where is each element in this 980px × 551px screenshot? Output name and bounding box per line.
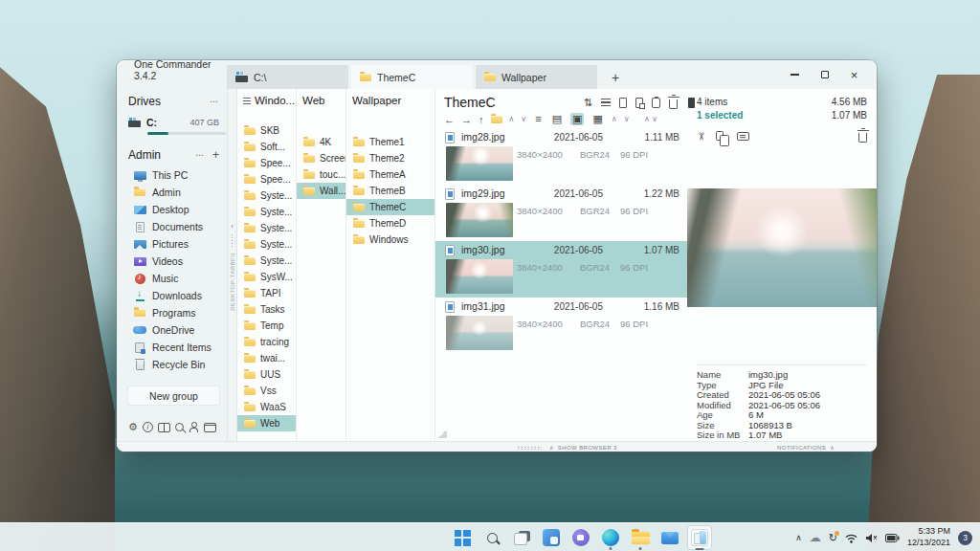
folder-item[interactable]: ThemeA: [346, 166, 434, 183]
tray-overflow-icon[interactable]: ∧: [795, 533, 802, 542]
file-row[interactable]: img28.jpg 2021-06-05 1.11 MB 3840×2400 B…: [435, 128, 687, 185]
view-tiles-icon[interactable]: ▦: [590, 113, 604, 125]
back-icon[interactable]: ←: [444, 114, 455, 125]
search-icon[interactable]: [175, 423, 184, 431]
notifications-toggle[interactable]: NOTIFICATIONS ∧: [777, 444, 835, 451]
folder-item[interactable]: SysW...: [237, 269, 296, 285]
zoom-out-icon[interactable]: ∨: [624, 115, 630, 123]
start-button[interactable]: [450, 525, 475, 550]
folder-item[interactable]: SKB: [237, 122, 296, 139]
widgets-button[interactable]: [539, 525, 564, 550]
sidebar-item[interactable]: Admin: [128, 184, 219, 201]
collapse-all-icon[interactable]: ∧: [509, 115, 515, 123]
cut-icon[interactable]: ✂: [695, 131, 707, 140]
folder-item[interactable]: Syste...: [237, 220, 296, 236]
paste-clipboard-icon[interactable]: [669, 99, 678, 109]
folder-tree-icon[interactable]: [491, 116, 502, 123]
view-details-icon[interactable]: ▤: [550, 113, 564, 125]
drive-c-row[interactable]: C: 407 GB: [128, 117, 219, 128]
sidebar-item[interactable]: Videos: [128, 253, 219, 270]
sidebar-item[interactable]: This PC: [128, 166, 219, 184]
sidebar-item[interactable]: Recycle Bin: [128, 356, 219, 373]
sidebar-item[interactable]: Downloads: [128, 287, 219, 304]
edge-button[interactable]: [598, 525, 623, 550]
folder-item[interactable]: Spee...: [237, 171, 296, 187]
new-group-button[interactable]: New group: [128, 386, 219, 405]
sidebar-item[interactable]: Desktop: [128, 201, 219, 218]
up-icon[interactable]: ↑: [479, 114, 484, 125]
folder-item[interactable]: TAPI: [237, 285, 296, 301]
group-menu-icon[interactable]: ⋯: [195, 150, 205, 160]
window-layout-icon[interactable]: [204, 423, 216, 432]
wifi-icon[interactable]: [845, 533, 858, 543]
duplicate-file-icon[interactable]: [635, 98, 643, 108]
collapse-chevron-icon[interactable]: ‹: [231, 223, 234, 231]
folder-item[interactable]: Syste...: [237, 204, 296, 220]
mail-button[interactable]: [657, 525, 682, 550]
folder-item[interactable]: tracing: [237, 334, 296, 350]
folder-item[interactable]: 4K: [297, 134, 345, 150]
battery-icon[interactable]: [885, 534, 900, 542]
info-icon[interactable]: i: [143, 422, 153, 432]
folder-item[interactable]: UUS: [237, 366, 296, 383]
panel-handle-icon[interactable]: [688, 98, 695, 108]
task-view-button[interactable]: [509, 525, 534, 550]
folder-item[interactable]: Vss: [237, 383, 296, 399]
file-row[interactable]: img29.jpg 2021-06-05 1.22 MB 3840×2400 B…: [435, 185, 687, 241]
folder-item[interactable]: Spee...: [237, 155, 296, 171]
view-list-icon[interactable]: ≡: [533, 113, 543, 125]
folder-item[interactable]: ThemeC: [346, 199, 434, 215]
folder-item[interactable]: Soft...: [237, 139, 296, 155]
sort-order-icon[interactable]: [601, 99, 611, 106]
onedrive-cloud-icon[interactable]: ☁: [810, 531, 821, 544]
folder-item[interactable]: Windows: [346, 231, 434, 248]
folder-item[interactable]: WaaS: [237, 399, 296, 415]
copy-icon[interactable]: [716, 131, 724, 141]
taskbar-clock[interactable]: 5:33 PM 12/13/2021: [907, 526, 950, 548]
minimize-button[interactable]: [780, 60, 810, 89]
folder-item[interactable]: Screen: [297, 150, 345, 166]
folder-item[interactable]: Syste...: [237, 236, 296, 253]
new-tab-button[interactable]: +: [605, 66, 626, 89]
user-icon[interactable]: [189, 422, 199, 432]
folder-item[interactable]: ThemeB: [346, 183, 434, 199]
forward-icon[interactable]: →: [461, 114, 472, 125]
folder-item[interactable]: Web: [237, 415, 296, 431]
sidebar-item[interactable]: Recent Items: [128, 339, 219, 356]
tab[interactable]: C:\: [227, 65, 348, 89]
delete-icon[interactable]: [858, 133, 867, 143]
add-group-icon[interactable]: +: [212, 148, 219, 162]
maximize-button[interactable]: [810, 60, 839, 89]
taskbar-search-button[interactable]: [479, 525, 504, 550]
folder-item[interactable]: Syste...: [237, 253, 296, 269]
copy-path-icon[interactable]: [652, 98, 660, 108]
show-browser-toggle[interactable]: ∧ SHOW BROWSER 3: [549, 444, 617, 451]
sidebar-item[interactable]: Documents: [128, 218, 219, 235]
notification-badge[interactable]: 3: [958, 531, 972, 545]
folder-item[interactable]: ThemeD: [346, 215, 434, 231]
file-row[interactable]: img31.jpg 2021-06-05 1.16 MB 3840×2400 B…: [435, 298, 687, 354]
folder-item[interactable]: Theme2: [346, 150, 434, 166]
column-menu-icon[interactable]: [243, 98, 251, 104]
close-button[interactable]: ×: [839, 60, 869, 89]
sort-direction-icon[interactable]: ⇅: [584, 97, 592, 109]
view-content-icon[interactable]: ▣: [570, 113, 584, 125]
zoom-in-icon[interactable]: ∧: [612, 115, 617, 123]
new-file-icon[interactable]: [619, 98, 627, 108]
folder-item[interactable]: Syste...: [237, 187, 296, 204]
chat-button[interactable]: [568, 525, 593, 550]
sidebar-item[interactable]: Programs: [128, 304, 219, 321]
sidebar-item[interactable]: Pictures: [128, 235, 219, 253]
dual-pane-icon[interactable]: [158, 423, 170, 432]
collapsed-pane-strip[interactable]: ‹ DESKTOP-TABBFU: [227, 89, 237, 441]
file-explorer-button[interactable]: [628, 525, 653, 550]
folder-item[interactable]: touc...: [297, 166, 345, 183]
folder-item[interactable]: twai...: [237, 350, 296, 366]
pane-resize-grip[interactable]: [438, 430, 447, 438]
rename-icon[interactable]: [737, 132, 749, 141]
sidebar-item[interactable]: OneDrive: [128, 321, 219, 339]
folder-item[interactable]: Wall...: [297, 183, 345, 199]
panel-collapse-icons[interactable]: ∧ ∨: [644, 115, 657, 123]
folder-item[interactable]: Temp: [237, 318, 296, 334]
folder-item[interactable]: Theme1: [346, 134, 434, 150]
